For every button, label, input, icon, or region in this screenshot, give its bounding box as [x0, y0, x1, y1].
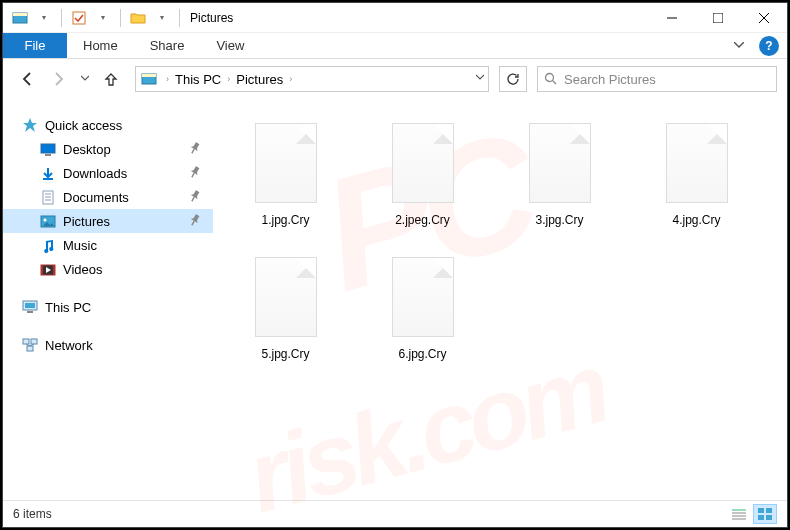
- network-label: Network: [45, 338, 93, 353]
- status-bar: 6 items: [3, 500, 787, 526]
- qat-dropdown-1[interactable]: ▾: [33, 7, 55, 29]
- svg-rect-27: [53, 265, 55, 275]
- sidebar-item-pictures[interactable]: Pictures: [3, 209, 213, 233]
- file-tab[interactable]: File: [3, 33, 67, 58]
- close-button[interactable]: [741, 3, 787, 33]
- quick-access-icon: [21, 116, 39, 134]
- qat-properties-icon[interactable]: [68, 7, 90, 29]
- navigation-pane: Quick access DesktopDownloadsDocumentsPi…: [3, 99, 213, 500]
- file-name: 5.jpg.Cry: [261, 347, 309, 361]
- svg-rect-26: [41, 265, 43, 275]
- svg-rect-13: [45, 154, 51, 156]
- refresh-button[interactable]: [499, 66, 527, 92]
- this-pc-header[interactable]: This PC: [3, 295, 213, 319]
- pin-icon: [186, 212, 202, 230]
- desktop-icon: [39, 140, 57, 158]
- network-icon: [21, 336, 39, 354]
- sidebar-item-documents[interactable]: Documents: [3, 185, 213, 209]
- file-grid: 1.jpg.Cry2.jpeg.Cry3.jpg.Cry4.jpg.Cry5.j…: [217, 119, 783, 387]
- sidebar-item-label: Documents: [63, 190, 129, 205]
- this-pc-icon: [21, 298, 39, 316]
- maximize-button[interactable]: [695, 3, 741, 33]
- chevron-right-icon[interactable]: ›: [225, 74, 232, 84]
- sidebar-item-downloads[interactable]: Downloads: [3, 161, 213, 185]
- music-icon: [39, 236, 57, 254]
- file-item[interactable]: 5.jpg.Cry: [217, 253, 354, 387]
- file-name: 4.jpg.Cry: [672, 213, 720, 227]
- file-item[interactable]: 3.jpg.Cry: [491, 119, 628, 253]
- recent-locations-button[interactable]: [77, 65, 93, 93]
- address-dropdown-button[interactable]: [476, 74, 484, 84]
- file-icon: [392, 123, 454, 203]
- search-icon: [544, 72, 558, 86]
- quick-access-label: Quick access: [45, 118, 122, 133]
- svg-line-24: [192, 221, 195, 225]
- file-icon: [392, 257, 454, 337]
- large-icons-view-button[interactable]: [753, 504, 777, 524]
- this-pc-label: This PC: [45, 300, 91, 315]
- svg-rect-44: [766, 515, 772, 520]
- svg-rect-1: [13, 13, 27, 16]
- search-placeholder: Search Pictures: [564, 72, 656, 87]
- qat-dropdown-3[interactable]: ▾: [151, 7, 173, 29]
- tab-view[interactable]: View: [200, 33, 260, 58]
- file-item[interactable]: 4.jpg.Cry: [628, 119, 765, 253]
- sidebar-item-music[interactable]: Music: [3, 233, 213, 257]
- body: Quick access DesktopDownloadsDocumentsPi…: [3, 99, 787, 500]
- sidebar-item-label: Pictures: [63, 214, 110, 229]
- file-icon: [255, 123, 317, 203]
- help-button[interactable]: ?: [759, 36, 779, 56]
- forward-button[interactable]: [45, 65, 73, 93]
- qat-dropdown-2[interactable]: ▾: [92, 7, 114, 29]
- file-icon: [255, 257, 317, 337]
- ribbon: File Home Share View ?: [3, 33, 787, 59]
- details-view-button[interactable]: [727, 504, 751, 524]
- file-icon: [529, 123, 591, 203]
- downloads-icon: [39, 164, 57, 182]
- file-icon: [666, 123, 728, 203]
- chevron-right-icon[interactable]: ›: [287, 74, 294, 84]
- search-input[interactable]: Search Pictures: [537, 66, 777, 92]
- svg-rect-34: [27, 346, 33, 351]
- sidebar-item-label: Music: [63, 238, 97, 253]
- address-segment-pictures[interactable]: Pictures: [232, 72, 287, 87]
- minimize-button[interactable]: [649, 3, 695, 33]
- tab-home[interactable]: Home: [67, 33, 134, 58]
- svg-line-16: [192, 173, 195, 177]
- address-segment-thispc[interactable]: This PC: [171, 72, 225, 87]
- tab-share[interactable]: Share: [134, 33, 201, 58]
- file-name: 6.jpg.Cry: [398, 347, 446, 361]
- file-item[interactable]: 2.jpeg.Cry: [354, 119, 491, 253]
- window-title: Pictures: [184, 11, 649, 25]
- sidebar-item-label: Desktop: [63, 142, 111, 157]
- svg-rect-30: [25, 303, 35, 308]
- svg-rect-32: [23, 339, 29, 344]
- svg-rect-41: [758, 508, 764, 513]
- file-name: 2.jpeg.Cry: [395, 213, 450, 227]
- address-bar[interactable]: › This PC › Pictures ›: [135, 66, 489, 92]
- svg-marker-11: [23, 118, 37, 132]
- pin-icon: [186, 188, 202, 206]
- svg-point-23: [44, 218, 47, 221]
- svg-rect-43: [758, 515, 764, 520]
- svg-rect-2: [73, 12, 85, 24]
- chevron-right-icon[interactable]: ›: [164, 74, 171, 84]
- sidebar-item-videos[interactable]: Videos: [3, 257, 213, 281]
- network-header[interactable]: Network: [3, 333, 213, 357]
- svg-line-10: [553, 81, 557, 85]
- file-item[interactable]: 6.jpg.Cry: [354, 253, 491, 387]
- back-button[interactable]: [13, 65, 41, 93]
- sidebar-item-desktop[interactable]: Desktop: [3, 137, 213, 161]
- quick-access-toolbar: ▾ ▾ ▾: [3, 7, 184, 29]
- file-name: 1.jpg.Cry: [261, 213, 309, 227]
- file-view[interactable]: 1.jpg.Cry2.jpeg.Cry3.jpg.Cry4.jpg.Cry5.j…: [213, 99, 787, 500]
- status-item-count: 6 items: [13, 507, 52, 521]
- up-button[interactable]: [97, 65, 125, 93]
- file-item[interactable]: 1.jpg.Cry: [217, 119, 354, 253]
- explorer-window: PC risk.com ▾ ▾ ▾ Pictures: [2, 2, 788, 528]
- quick-access-header[interactable]: Quick access: [3, 113, 213, 137]
- folder-icon: [127, 7, 149, 29]
- svg-rect-33: [31, 339, 37, 344]
- app-icon: [9, 7, 31, 29]
- ribbon-expand-button[interactable]: [719, 33, 759, 58]
